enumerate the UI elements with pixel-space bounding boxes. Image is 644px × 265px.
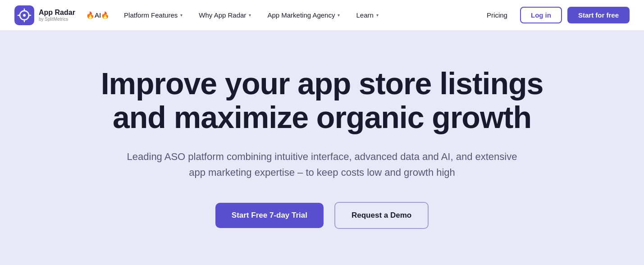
nav-why-app-radar-label: Why App Radar	[199, 11, 246, 19]
chevron-down-icon: ▾	[376, 13, 379, 18]
logo-text: App Radar by SplitMetrics	[39, 9, 75, 22]
nav-links: Platform Features ▾ Why App Radar ▾ App …	[117, 8, 480, 23]
hero-subtitle: Leading ASO platform combining intuitive…	[119, 149, 525, 180]
hero-title: Improve your app store listings and maxi…	[74, 67, 570, 134]
start-for-free-button[interactable]: Start for free	[567, 7, 630, 23]
nav-item-learn[interactable]: Learn ▾	[349, 8, 385, 23]
logo-name: App Radar	[39, 9, 75, 17]
svg-point-2	[23, 14, 26, 17]
chevron-down-icon: ▾	[180, 13, 183, 18]
nav-item-app-marketing-agency[interactable]: App Marketing Agency ▾	[260, 8, 347, 23]
logo-sub: by SplitMetrics	[39, 17, 75, 22]
nav-app-marketing-agency-label: App Marketing Agency	[267, 11, 335, 19]
logo-link[interactable]: App Radar by SplitMetrics	[14, 5, 75, 25]
nav-pricing[interactable]: Pricing	[480, 8, 515, 23]
request-demo-button[interactable]: Request a Demo	[334, 202, 429, 229]
nav-item-platform-features[interactable]: Platform Features ▾	[117, 8, 190, 23]
navbar: App Radar by SplitMetrics 🔥AI🔥 Platform …	[0, 0, 644, 31]
hero-section: Improve your app store listings and maxi…	[0, 31, 644, 265]
chevron-down-icon: ▾	[249, 13, 251, 18]
start-trial-button[interactable]: Start Free 7-day Trial	[215, 203, 324, 228]
hero-buttons: Start Free 7-day Trial Request a Demo	[215, 202, 429, 229]
logo-icon	[14, 5, 34, 25]
nav-platform-features-label: Platform Features	[124, 11, 178, 19]
chevron-down-icon: ▾	[338, 13, 340, 18]
nav-learn-label: Learn	[356, 11, 373, 19]
nav-right: Pricing Log in Start for free	[480, 7, 630, 23]
ai-badge: 🔥AI🔥	[86, 11, 110, 19]
nav-item-why-app-radar[interactable]: Why App Radar ▾	[192, 8, 258, 23]
login-button[interactable]: Log in	[520, 7, 562, 23]
